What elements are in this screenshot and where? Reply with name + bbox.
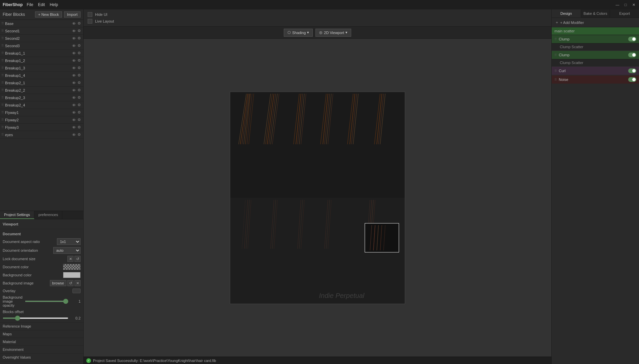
tab-design[interactable]: Design bbox=[552, 9, 581, 18]
document-aspect-ratio-select[interactable]: 1x1 2x1 4x1 bbox=[57, 238, 81, 245]
status-bar: ✓ Project Saved Successfully: E:\work\Pr… bbox=[84, 357, 551, 364]
layer-name: eyes bbox=[5, 133, 71, 137]
layer-gear-icon[interactable]: ⚙ bbox=[77, 132, 82, 138]
document-section-title[interactable]: Document bbox=[3, 231, 81, 237]
layer-eye-icon[interactable]: 👁 bbox=[71, 21, 77, 26]
layer-item[interactable]: ⠿ Breakup1_3 👁 ⚙ bbox=[0, 64, 83, 72]
layer-eye-icon[interactable]: 👁 bbox=[71, 132, 77, 138]
close-button[interactable]: ✕ bbox=[631, 2, 636, 7]
layer-gear-icon[interactable]: ⚙ bbox=[77, 65, 82, 71]
layer-item[interactable]: ⠿ Flyway2 👁 ⚙ bbox=[0, 116, 83, 124]
lock-x-button[interactable]: ✕ bbox=[67, 256, 73, 262]
hide-ui-checkbox[interactable] bbox=[88, 12, 92, 17]
document-color-swatch[interactable] bbox=[63, 264, 81, 270]
hide-ui-label: Hide UI bbox=[95, 12, 108, 17]
menu-file[interactable]: File bbox=[27, 2, 33, 7]
modifier-clump-2-toggle[interactable] bbox=[628, 53, 636, 57]
material-link[interactable]: Material bbox=[0, 338, 83, 346]
modifier-curl-name: Curl bbox=[559, 69, 626, 73]
layer-eye-icon[interactable]: 👁 bbox=[71, 36, 77, 41]
modifier-curl-toggle[interactable] bbox=[628, 68, 636, 73]
layer-eye-icon[interactable]: 👁 bbox=[71, 51, 77, 56]
layer-gear-icon[interactable]: ⚙ bbox=[77, 102, 82, 108]
live-layout-checkbox[interactable] bbox=[88, 19, 92, 24]
viewport-2d-button[interactable]: ◎ 2D Viewport ▾ bbox=[315, 29, 351, 37]
modifier-noise-toggle[interactable] bbox=[628, 77, 636, 82]
layer-gear-icon[interactable]: ⚙ bbox=[77, 58, 82, 63]
modifier-curl-header[interactable]: ⠿ Curl bbox=[552, 67, 639, 75]
layer-item[interactable]: ⠿ Breakup2_4 👁 ⚙ bbox=[0, 101, 83, 109]
layer-eye-icon[interactable]: 👁 bbox=[71, 110, 77, 115]
modifier-noise-name: Noise bbox=[559, 78, 626, 82]
maximize-button[interactable]: □ bbox=[623, 2, 628, 7]
viewport-section-title[interactable]: Viewport bbox=[3, 221, 81, 228]
layer-gear-icon[interactable]: ⚙ bbox=[77, 95, 82, 100]
tab-preferences[interactable]: preferences bbox=[34, 211, 62, 219]
layer-item[interactable]: ⠿ Second1 👁 ⚙ bbox=[0, 27, 83, 35]
import-button[interactable]: Import bbox=[64, 11, 81, 18]
layer-eye-icon[interactable]: 👁 bbox=[71, 88, 77, 93]
layer-item[interactable]: ⠿ Breakup2_3 👁 ⚙ bbox=[0, 94, 83, 101]
layer-gear-icon[interactable]: ⚙ bbox=[77, 88, 82, 93]
layer-item[interactable]: ⠿ Breakup2_2 👁 ⚙ bbox=[0, 87, 83, 94]
environment-link[interactable]: Environment bbox=[0, 346, 83, 354]
layer-gear-icon[interactable]: ⚙ bbox=[77, 43, 82, 49]
layer-eye-icon[interactable]: 👁 bbox=[71, 102, 77, 108]
modifier-clump-2-header[interactable]: ⠿ Clump bbox=[552, 51, 639, 59]
reference-image-link[interactable]: Reference Image bbox=[0, 323, 83, 330]
menu-help[interactable]: Help bbox=[50, 2, 58, 7]
layer-gear-icon[interactable]: ⚙ bbox=[77, 36, 82, 41]
tab-bake-colors[interactable]: Bake & Colors bbox=[581, 9, 610, 18]
top-panel: Hide UI Live Layout bbox=[84, 9, 551, 27]
layer-eye-icon[interactable]: 👁 bbox=[71, 58, 77, 63]
tab-export[interactable]: Export bbox=[610, 9, 639, 18]
layer-eye-icon[interactable]: 👁 bbox=[71, 73, 77, 78]
layer-eye-icon[interactable]: 👁 bbox=[71, 28, 77, 34]
background-image-clear-button[interactable]: ✕ bbox=[74, 280, 81, 286]
layer-eye-icon[interactable]: 👁 bbox=[71, 65, 77, 71]
layer-gear-icon[interactable]: ⚙ bbox=[77, 21, 82, 26]
overnight-values-link[interactable]: Overnight Values bbox=[0, 354, 83, 361]
layer-eye-icon[interactable]: 👁 bbox=[71, 43, 77, 49]
layer-gear-icon[interactable]: ⚙ bbox=[77, 125, 82, 130]
layer-gear-icon[interactable]: ⚙ bbox=[77, 117, 82, 123]
layer-eye-icon[interactable]: 👁 bbox=[71, 80, 77, 86]
layer-item[interactable]: ⠿ Flyway1 👁 ⚙ bbox=[0, 109, 83, 116]
layer-item[interactable]: ⠿ Breakup2_1 👁 ⚙ bbox=[0, 79, 83, 87]
maps-link[interactable]: Maps bbox=[0, 330, 83, 338]
layer-item[interactable]: ⠿ Second2 👁 ⚙ bbox=[0, 35, 83, 42]
document-orientation-select[interactable]: auto portrait landscape bbox=[53, 247, 81, 254]
add-modifier-button[interactable]: ＋ + Add Modifier bbox=[552, 18, 639, 27]
background-opacity-slider[interactable] bbox=[25, 301, 68, 302]
overlay-toggle[interactable] bbox=[72, 289, 81, 293]
layer-gear-icon[interactable]: ⚙ bbox=[77, 28, 82, 34]
layer-gear-icon[interactable]: ⚙ bbox=[77, 80, 82, 86]
modifier-clump-1-header[interactable]: ⠿ Clump bbox=[552, 35, 639, 43]
tab-project-settings[interactable]: Project Settings bbox=[0, 211, 34, 219]
layer-gear-icon[interactable]: ⚙ bbox=[77, 51, 82, 56]
menu-edit[interactable]: Edit bbox=[38, 2, 45, 7]
layer-eye-icon[interactable]: 👁 bbox=[71, 125, 77, 130]
browse-button[interactable]: browse bbox=[50, 280, 66, 286]
lock-refresh-button[interactable]: ↺ bbox=[74, 256, 81, 262]
blocks-offset-slider[interactable] bbox=[3, 317, 68, 319]
layer-item[interactable]: ⠿ eyes 👁 ⚙ bbox=[0, 131, 83, 139]
modifier-clump-1-toggle[interactable] bbox=[628, 37, 636, 41]
canvas-area[interactable]: Indie Perpetual bbox=[84, 39, 551, 357]
minimize-button[interactable]: — bbox=[615, 2, 620, 7]
layer-item[interactable]: ⠿ Second3 👁 ⚙ bbox=[0, 42, 83, 50]
layer-item[interactable]: ⠿ Breakup1_4 👁 ⚙ bbox=[0, 72, 83, 79]
new-block-button[interactable]: + New Block bbox=[35, 11, 62, 18]
layer-item[interactable]: ⠿ Breakup1_1 👁 ⚙ bbox=[0, 50, 83, 57]
layer-item[interactable]: ⠿ Base 👁 ⚙ bbox=[0, 20, 83, 27]
layer-eye-icon[interactable]: 👁 bbox=[71, 95, 77, 100]
layer-gear-icon[interactable]: ⚙ bbox=[77, 73, 82, 78]
layer-item[interactable]: ⠿ Breakup1_2 👁 ⚙ bbox=[0, 57, 83, 64]
layer-gear-icon[interactable]: ⚙ bbox=[77, 110, 82, 115]
layer-item[interactable]: ⠿ Flyway3 👁 ⚙ bbox=[0, 124, 83, 131]
shading-button[interactable]: ⬡ Shading ▾ bbox=[284, 29, 313, 37]
background-image-refresh-button[interactable]: ↺ bbox=[67, 280, 73, 286]
modifier-noise-header[interactable]: ⠿ Noise bbox=[552, 75, 639, 84]
layer-eye-icon[interactable]: 👁 bbox=[71, 117, 77, 123]
background-color-swatch[interactable] bbox=[63, 272, 81, 278]
